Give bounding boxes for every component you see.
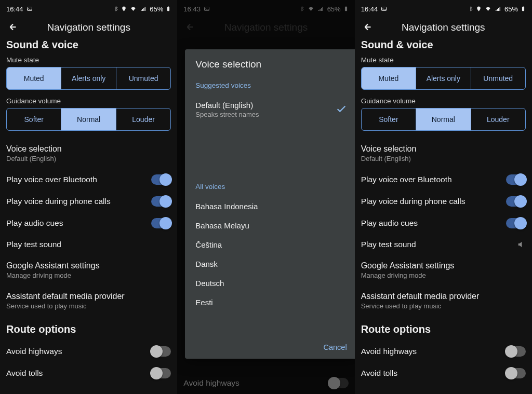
section-route: Route options [6,323,171,335]
volume-label: Guidance volume [361,97,526,105]
svg-rect-7 [522,7,524,11]
voice-selection-dialog: Voice selection Suggested voices Default… [185,49,354,359]
screenshot-right: 16:44 65% Navigation settings Sound & vo… [355,0,532,394]
voice-selection-title: Voice selection [6,144,171,154]
ga-sub: Manage driving mode [361,271,526,279]
bluetooth-icon [113,5,118,12]
battery-pct: 65% [504,5,518,13]
mute-label: Mute state [361,56,526,64]
app-bar: Navigation settings [355,15,532,40]
play-bt-label: Play voice over Bluetooth [6,175,97,184]
play-bt-row[interactable]: Play voice over Bluetooth [6,169,171,191]
battery-pct: 65% [150,5,163,13]
voice-opt-lang[interactable]: Bahasa Melayu [195,216,347,235]
signal-icon [140,6,147,12]
app-bar: Navigation settings [0,15,177,40]
battery-icon [166,5,171,12]
voice-selection-item[interactable]: Voice selection Default (English) [6,138,171,169]
voice-opt-lang[interactable]: Deutsch [195,274,347,293]
avoid-hw-label: Avoid highways [183,378,239,388]
play-calls-row[interactable]: Play voice during phone calls [361,191,526,212]
ga-settings-item[interactable]: Google Assistant settings Manage driving… [361,255,526,286]
play-calls-label: Play voice during phone calls [361,197,466,206]
voice-selection-item[interactable]: Voice selection Default (English) [361,138,526,169]
voice-selection-title: Voice selection [361,144,526,154]
media-title: Assistant default media provider [361,292,526,301]
dialog-group-all: All voices [195,183,347,191]
volume-label: Guidance volume [6,97,171,105]
test-sound-label: Play test sound [6,240,61,249]
test-sound-row[interactable]: Play test sound [361,234,526,255]
play-bt-toggle[interactable] [506,174,526,185]
avoid-hw-toggle[interactable] [506,346,526,357]
avoid-hw-row[interactable]: Avoid highways [361,341,526,362]
mute-opt-alerts[interactable]: Alerts only [61,67,116,89]
section-route: Route options [361,323,526,335]
avoid-hw-toggle[interactable] [151,346,171,357]
status-bar: 16:44 65% [355,0,532,15]
mute-opt-alerts[interactable]: Alerts only [416,67,471,89]
vol-opt-louder[interactable]: Louder [471,108,525,130]
play-calls-toggle[interactable] [151,196,171,207]
section-sound: Sound & voice [6,39,171,51]
location-icon [476,5,482,12]
test-sound-row[interactable]: Play test sound [6,234,171,255]
mute-opt-muted[interactable]: Muted [362,67,416,89]
mute-label: Mute state [6,56,171,64]
test-sound-label: Play test sound [361,240,416,249]
play-bt-row[interactable]: Play voice over Bluetooth [361,169,526,191]
voice-selection-value: Default (English) [361,155,526,162]
avoid-hw-row[interactable]: Avoid highways [6,341,171,362]
mute-opt-muted[interactable]: Muted [7,67,61,89]
voice-opt-default[interactable]: Default (English) Speaks street names [195,96,347,124]
play-bt-toggle[interactable] [151,174,171,185]
play-calls-row[interactable]: Play voice during phone calls [6,191,171,212]
avoid-tolls-toggle[interactable] [151,368,171,378]
avoid-hw-label: Avoid highways [361,347,417,356]
media-provider-item[interactable]: Assistant default media provider Service… [361,286,526,316]
svg-rect-8 [523,6,524,7]
vol-opt-louder[interactable]: Louder [116,108,170,130]
check-icon [336,103,347,116]
mute-opt-unmuted[interactable]: Unmuted [116,67,170,89]
play-cues-toggle[interactable] [506,218,526,228]
page-title: Navigation settings [7,22,170,33]
vol-opt-normal[interactable]: Normal [61,108,116,130]
avoid-tolls-toggle[interactable] [506,368,526,378]
avoid-hw-toggle [329,378,349,388]
svg-rect-1 [167,7,169,11]
status-time: 16:44 [6,5,23,13]
mute-opt-unmuted[interactable]: Unmuted [471,67,525,89]
section-sound: Sound & voice [361,39,526,51]
voice-opt-lang[interactable]: Bahasa Indonesia [195,197,347,216]
avoid-tolls-row[interactable]: Avoid tolls [6,362,171,378]
play-bt-label: Play voice over Bluetooth [361,175,452,184]
avoid-hw-label: Avoid highways [6,347,62,356]
avoid-tolls-row[interactable]: Avoid tolls [361,362,526,378]
ga-settings-item[interactable]: Google Assistant settings Manage driving… [6,255,171,286]
dialog-title: Voice selection [195,59,347,70]
voice-opt-lang[interactable]: Eesti [195,293,347,312]
screenshot-left: 16:44 65% Navigation settings Sound & vo… [0,0,177,394]
voice-opt-lang[interactable]: Čeština [195,235,347,254]
battery-icon [521,5,526,12]
ga-sub: Manage driving mode [6,271,171,279]
volume-segment: Softer Normal Louder [361,108,526,131]
mute-segment: Muted Alerts only Unmuted [6,67,171,90]
mute-segment: Muted Alerts only Unmuted [361,67,526,90]
vol-opt-softer[interactable]: Softer [362,108,416,130]
vol-opt-normal[interactable]: Normal [416,108,471,130]
vol-opt-softer[interactable]: Softer [7,108,61,130]
play-cues-row[interactable]: Play audio cues [6,212,171,234]
location-icon [121,5,127,12]
dialog-cancel-button[interactable]: Cancel [324,343,347,351]
play-cues-row[interactable]: Play audio cues [361,212,526,234]
play-calls-toggle[interactable] [506,196,526,207]
bluetooth-icon [468,5,473,12]
avoid-tolls-label: Avoid tolls [361,369,397,378]
picture-icon [381,6,387,12]
ga-title: Google Assistant settings [361,261,526,270]
play-cues-toggle[interactable] [151,218,171,228]
media-provider-item[interactable]: Assistant default media provider Service… [6,286,171,316]
voice-opt-lang[interactable]: Dansk [195,254,347,274]
